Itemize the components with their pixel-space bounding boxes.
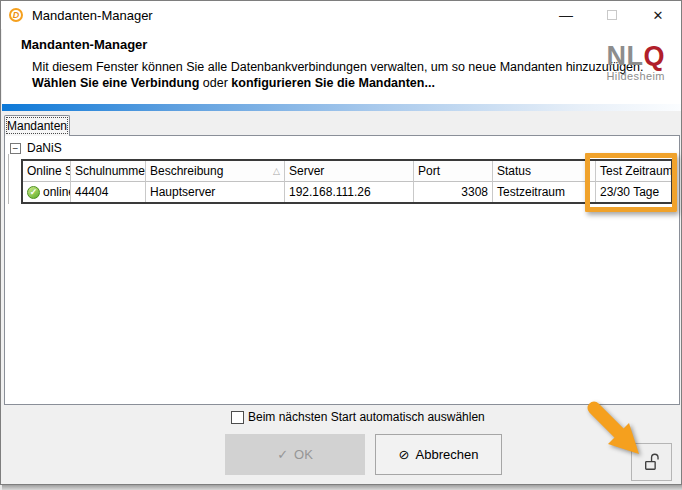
minimize-icon: — bbox=[559, 7, 573, 23]
table-header-row: Online St Schulnummer Beschreibung △ Ser… bbox=[23, 161, 671, 182]
header: Mandanten-Manager Mit diesem Fenster kön… bbox=[2, 29, 681, 104]
description-connector: oder bbox=[199, 76, 231, 90]
collapse-icon[interactable]: − bbox=[10, 143, 21, 154]
maximize-icon bbox=[607, 10, 617, 20]
logo-text-nl: NL bbox=[606, 41, 643, 71]
cell-schulnummer: 44404 bbox=[71, 182, 146, 202]
test-zeitraum-highlight-box bbox=[585, 153, 677, 212]
titlebar: D Mandanten-Manager — ✕ bbox=[1, 1, 681, 29]
header-gradient-divider bbox=[2, 104, 681, 111]
ok-check-icon: ✓ bbox=[277, 447, 288, 462]
app-icon: D bbox=[9, 7, 25, 23]
cell-port: 3308 bbox=[414, 182, 493, 202]
column-header-schulnummer[interactable]: Schulnummer bbox=[71, 161, 146, 182]
window-controls: — ✕ bbox=[543, 1, 681, 29]
cancel-icon: ⊘ bbox=[399, 447, 410, 462]
autoselect-option: Beim nächsten Start automatisch auswähle… bbox=[231, 410, 485, 424]
column-header-status[interactable]: Status bbox=[493, 161, 596, 182]
mandanten-manager-window: D Mandanten-Manager — ✕ Mandanten-Manage… bbox=[0, 0, 682, 485]
group-label: DaNiS bbox=[27, 141, 62, 155]
tree-indent-line bbox=[8, 154, 9, 204]
autoselect-checkbox-label: Beim nächsten Start automatisch auswähle… bbox=[248, 410, 485, 424]
page-title: Mandanten-Manager bbox=[21, 37, 147, 52]
minimize-button[interactable]: — bbox=[543, 1, 589, 29]
cell-server: 192.168.111.26 bbox=[285, 182, 414, 202]
open-padlock-icon bbox=[643, 452, 661, 472]
column-header-online-status[interactable]: Online St bbox=[23, 161, 71, 182]
close-button[interactable]: ✕ bbox=[635, 1, 681, 29]
column-header-port[interactable]: Port bbox=[414, 161, 493, 182]
description-bold2: konfigurieren Sie die Mandanten... bbox=[231, 76, 435, 90]
header-description: Mit diesem Fenster können Sie alle Daten… bbox=[32, 59, 644, 91]
connections-panel: − DaNiS Online St Schulnummer Beschreibu… bbox=[4, 135, 680, 405]
cell-status: Testzeitraum bbox=[493, 182, 596, 202]
connections-table: Online St Schulnummer Beschreibung △ Ser… bbox=[21, 159, 673, 204]
autoselect-checkbox[interactable] bbox=[231, 411, 244, 424]
cell-online-status: ✓ online bbox=[23, 182, 71, 202]
unlock-button[interactable] bbox=[631, 443, 672, 481]
group-danis: − DaNiS bbox=[10, 141, 62, 155]
cancel-button[interactable]: ⊘Abbrechen bbox=[375, 434, 502, 475]
window-drop-shadow bbox=[2, 485, 682, 490]
online-status-icon: ✓ bbox=[27, 186, 40, 199]
sort-ascending-icon: △ bbox=[273, 166, 280, 176]
description-line1: Mit diesem Fenster können Sie alle Daten… bbox=[32, 60, 644, 74]
tab-mandanten[interactable]: Mandanten bbox=[4, 115, 70, 136]
column-header-beschreibung[interactable]: Beschreibung △ bbox=[146, 161, 285, 182]
logo-text-q: Q bbox=[643, 41, 665, 71]
description-bold1: Wählen Sie eine Verbindung bbox=[32, 76, 199, 90]
cell-beschreibung: Hauptserver bbox=[146, 182, 285, 202]
maximize-button[interactable] bbox=[589, 1, 635, 29]
nlq-logo: NLQ Hildesheim bbox=[606, 43, 665, 82]
window-title: Mandanten-Manager bbox=[32, 8, 153, 23]
logo-subtitle: Hildesheim bbox=[606, 71, 665, 82]
close-icon: ✕ bbox=[653, 8, 664, 23]
table-row[interactable]: ✓ online 44404 Hauptserver 192.168.111.2… bbox=[23, 182, 671, 202]
column-header-server[interactable]: Server bbox=[285, 161, 414, 182]
ok-button[interactable]: ✓OK bbox=[225, 434, 365, 475]
